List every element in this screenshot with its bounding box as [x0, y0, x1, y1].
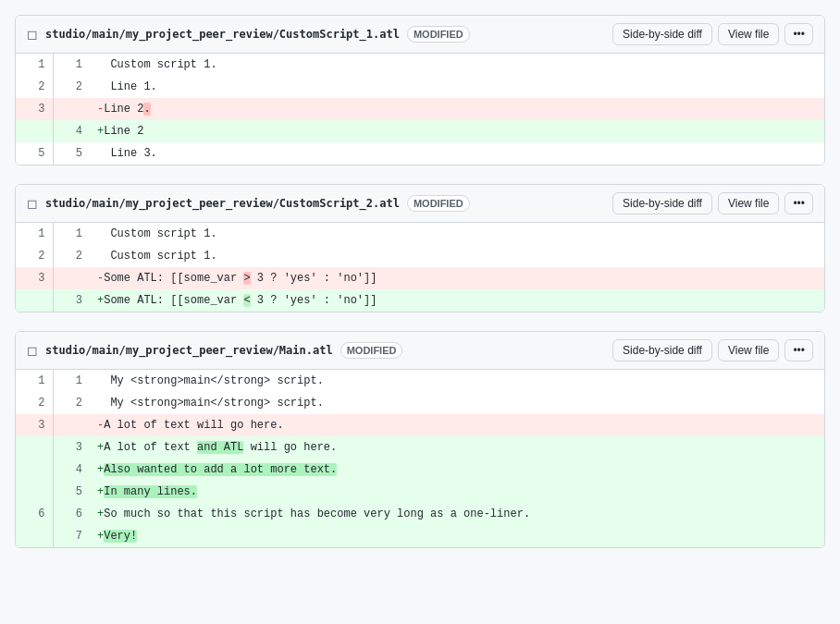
line-content: +Some ATL: [[some_var < 3 ? 'yes' : 'no'… [90, 289, 824, 312]
line-num-right: 4 [53, 459, 90, 481]
line-content: -Line 2. [90, 98, 824, 120]
line-num-right [53, 267, 90, 289]
line-content: +Line 2 [90, 120, 824, 142]
file-icon-3: ◻ [27, 343, 38, 358]
line-num-right: 4 [53, 120, 90, 142]
diff-file-2: ◻ studio/main/my_project_peer_review/Cus… [15, 184, 825, 312]
table-row: 7 +Very! [16, 525, 824, 547]
table-row: 1 1 My <strong>main</strong> script. [16, 370, 824, 392]
side-by-side-btn-1[interactable]: Side-by-side diff [612, 23, 712, 45]
table-row: 5 +In many lines. [16, 481, 824, 503]
line-num-left: 1 [16, 370, 53, 392]
diff-header-actions-3: Side-by-side diff View file ••• [612, 339, 813, 361]
line-num-right [53, 98, 90, 120]
line-content: -A lot of text will go here. [90, 414, 824, 436]
line-num-left: 3 [16, 267, 53, 289]
line-content: My <strong>main</strong> script. [90, 370, 824, 392]
table-row: 1 1 Custom script 1. [16, 54, 824, 76]
table-row: 2 2 My <strong>main</strong> script. [16, 392, 824, 414]
table-row: 4 +Line 2 [16, 120, 824, 142]
modified-badge-1: MODIFIED [407, 26, 470, 43]
line-num-right: 2 [53, 76, 90, 98]
file-path-2: studio/main/my_project_peer_review/Custo… [45, 197, 400, 210]
line-num-left: 6 [16, 503, 53, 525]
line-num-right: 1 [53, 370, 90, 392]
diff-header-left-2: ◻ studio/main/my_project_peer_review/Cus… [27, 195, 605, 212]
line-num-left: 2 [16, 245, 53, 267]
line-num-left: 3 [16, 98, 53, 120]
file-icon-2: ◻ [27, 196, 38, 211]
table-row: 3 -A lot of text will go here. [16, 414, 824, 436]
line-content: My <strong>main</strong> script. [90, 392, 824, 414]
line-content: Line 1. [90, 76, 824, 98]
line-num-right: 2 [53, 392, 90, 414]
line-num-left [16, 481, 53, 503]
diff-table-3: 1 1 My <strong>main</strong> script. 2 2… [16, 370, 824, 547]
line-num-right: 1 [53, 54, 90, 76]
file-icon-1: ◻ [27, 27, 38, 42]
line-num-left [16, 436, 53, 459]
line-content: +In many lines. [90, 481, 824, 503]
line-content: Custom script 1. [90, 54, 824, 76]
diff-table-2: 1 1 Custom script 1. 2 2 Custom script 1… [16, 223, 824, 312]
diff-file-1: ◻ studio/main/my_project_peer_review/Cus… [15, 15, 825, 165]
line-num-left [16, 120, 53, 142]
table-row: 2 2 Custom script 1. [16, 245, 824, 267]
side-by-side-btn-3[interactable]: Side-by-side diff [612, 339, 712, 361]
table-row: 3 +Some ATL: [[some_var < 3 ? 'yes' : 'n… [16, 289, 824, 312]
more-btn-1[interactable]: ••• [784, 23, 813, 45]
view-file-btn-1[interactable]: View file [718, 23, 779, 45]
line-num-right: 2 [53, 245, 90, 267]
line-num-right: 7 [53, 525, 90, 547]
view-file-btn-3[interactable]: View file [718, 339, 779, 361]
line-num-left [16, 525, 53, 547]
table-row: 6 6 +So much so that this script has bec… [16, 503, 824, 525]
line-num-right: 3 [53, 436, 90, 459]
table-row: 3 -Line 2. [16, 98, 824, 120]
table-row: 3 +A lot of text and ATL will go here. [16, 436, 824, 459]
file-path-3: studio/main/my_project_peer_review/Main.… [45, 344, 333, 357]
diff-header-actions-2: Side-by-side diff View file ••• [612, 192, 813, 214]
table-row: 1 1 Custom script 1. [16, 223, 824, 245]
line-num-left: 2 [16, 76, 53, 98]
line-content: +Also wanted to add a lot more text. [90, 459, 824, 481]
line-content: +So much so that this script has become … [90, 503, 824, 525]
diff-header-actions-1: Side-by-side diff View file ••• [612, 23, 813, 45]
view-file-btn-2[interactable]: View file [718, 192, 779, 214]
line-num-left: 3 [16, 414, 53, 436]
line-content: +Very! [90, 525, 824, 547]
line-num-left: 1 [16, 54, 53, 76]
line-num-left [16, 459, 53, 481]
table-row: 4 +Also wanted to add a lot more text. [16, 459, 824, 481]
diff-header-2: ◻ studio/main/my_project_peer_review/Cus… [16, 185, 824, 223]
diff-file-3: ◻ studio/main/my_project_peer_review/Mai… [15, 331, 825, 548]
diff-table-1: 1 1 Custom script 1. 2 2 Line 1. 3 -Line… [16, 54, 824, 165]
line-content: Line 3. [90, 142, 824, 165]
diff-header-left-3: ◻ studio/main/my_project_peer_review/Mai… [27, 342, 605, 359]
line-num-left: 1 [16, 223, 53, 245]
more-btn-2[interactable]: ••• [784, 192, 813, 214]
line-num-right: 1 [53, 223, 90, 245]
table-row: 3 -Some ATL: [[some_var > 3 ? 'yes' : 'n… [16, 267, 824, 289]
line-content: -Some ATL: [[some_var > 3 ? 'yes' : 'no'… [90, 267, 824, 289]
line-num-right: 5 [53, 142, 90, 165]
line-content: Custom script 1. [90, 223, 824, 245]
diff-header-1: ◻ studio/main/my_project_peer_review/Cus… [16, 16, 824, 54]
diff-header-3: ◻ studio/main/my_project_peer_review/Mai… [16, 332, 824, 370]
table-row: 5 5 Line 3. [16, 142, 824, 165]
diff-header-left-1: ◻ studio/main/my_project_peer_review/Cus… [27, 26, 605, 43]
table-row: 2 2 Line 1. [16, 76, 824, 98]
line-num-right [53, 414, 90, 436]
more-btn-3[interactable]: ••• [784, 339, 813, 361]
side-by-side-btn-2[interactable]: Side-by-side diff [612, 192, 712, 214]
line-num-left: 2 [16, 392, 53, 414]
file-path-1: studio/main/my_project_peer_review/Custo… [45, 28, 400, 41]
modified-badge-3: MODIFIED [340, 342, 403, 359]
modified-badge-2: MODIFIED [407, 195, 470, 212]
line-num-right: 3 [53, 289, 90, 312]
line-content: +A lot of text and ATL will go here. [90, 436, 824, 459]
line-num-right: 6 [53, 503, 90, 525]
line-num-right: 5 [53, 481, 90, 503]
line-content: Custom script 1. [90, 245, 824, 267]
line-num-left [16, 289, 53, 312]
